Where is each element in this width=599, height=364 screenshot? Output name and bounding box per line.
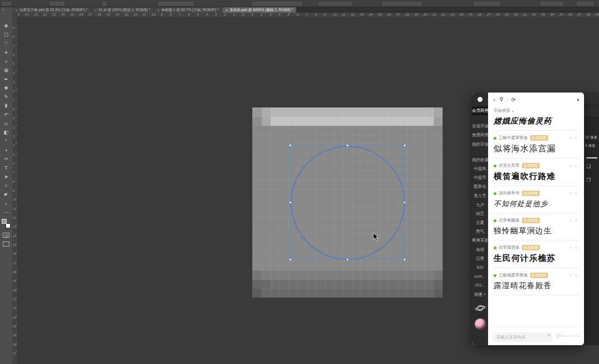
transform-handle[interactable] (403, 201, 406, 204)
document-tab[interactable]: ×马赛克字体.psd @ 33.3% (字由, RGB/8*) * (12, 7, 92, 13)
healing-brush-tool[interactable]: ✚ (0, 84, 12, 93)
sidebar-collection-item[interactable]: sum... (472, 272, 488, 281)
ellipse-path[interactable] (291, 146, 405, 260)
font-sample-text[interactable]: 生民何计乐樵苏 (488, 250, 584, 268)
options-bar-control[interactable] (319, 2, 352, 6)
sidebar-collection-item[interactable]: 中国风 (472, 165, 488, 173)
magic-wand-tool[interactable]: ✶ (0, 48, 12, 57)
chevron-down-icon[interactable]: ▾ (512, 109, 514, 113)
panel-tab-icon[interactable]: ❏ (586, 163, 591, 169)
transform-handle[interactable] (289, 201, 292, 204)
font-list-item[interactable]: 演示新手书会员商用✧☆不知何处是他乡 (488, 186, 584, 213)
brush-tool[interactable]: ✎ (0, 93, 12, 101)
user-avatar[interactable] (474, 318, 486, 330)
options-bar-control[interactable] (2, 2, 11, 6)
transform-handle[interactable] (403, 144, 406, 147)
eyedropper-tool[interactable]: ✒ (0, 75, 12, 84)
screen-mode-button[interactable] (3, 242, 9, 247)
recommend-row[interactable]: 字由推荐 ▾ (488, 107, 584, 114)
theme-toggle-icon[interactable]: ◑ (576, 98, 579, 102)
sidebar-collection-item[interactable]: 520 (472, 263, 488, 272)
options-bar-control[interactable] (577, 2, 593, 6)
favorite-star-icon[interactable]: ☆ (575, 245, 578, 250)
sidebar-item-2[interactable]: 免费商用 (472, 131, 488, 140)
document-tab[interactable]: ×未标题-1 @ 66.7% (字由, RGB/8*) * (154, 7, 222, 13)
sidebar-collection-item[interactable]: 202... (472, 281, 488, 290)
more-tools[interactable]: ⋯ (0, 208, 12, 217)
zoom-tool[interactable]: ⌕ (0, 199, 12, 208)
layers-panel-icon[interactable]: ❐ (586, 177, 591, 183)
close-icon[interactable]: × (158, 8, 160, 12)
gradient-tool[interactable]: ◧ (0, 128, 12, 137)
transform-handle[interactable] (289, 258, 292, 261)
foreground-color-swatch[interactable] (2, 219, 7, 224)
favorite-star-icon[interactable]: ☆ (575, 191, 578, 196)
options-bar-control[interactable] (474, 2, 500, 6)
font-sample-text[interactable]: 似将海水添宫漏 (488, 141, 584, 158)
sidebar-collections-header[interactable]: 我的收藏 (472, 156, 488, 165)
effects-icon[interactable]: ✧ (568, 218, 572, 223)
close-icon[interactable]: × (95, 8, 97, 12)
history-brush-tool[interactable]: ↶ (0, 110, 12, 119)
font-sample-text[interactable]: 横笛遍吹行路难 (488, 168, 584, 186)
planet-icon[interactable] (475, 304, 486, 312)
document-tab[interactable]: ×乐高块.psd @ 6400% (椭圆 2, RGB/8) * (222, 7, 297, 13)
font-sample-text[interactable]: 嫦娥应悔偷灵药 (488, 114, 584, 130)
sidebar-new-collection[interactable]: 新建 + (472, 290, 488, 299)
sidebar-collection-item[interactable]: 立夏 (472, 218, 488, 227)
favorite-star-icon[interactable]: ☆ (575, 163, 578, 168)
transform-handle[interactable] (346, 258, 349, 261)
effects-icon[interactable]: ✧ (568, 163, 572, 168)
transform-handle[interactable] (346, 144, 349, 147)
favorite-star-icon[interactable]: ☆ (575, 136, 578, 141)
options-bar-control[interactable] (383, 2, 422, 6)
panel-collapse-chevron[interactable]: » (2, 8, 4, 12)
marquee-tool[interactable]: ☐ (0, 30, 12, 39)
sidebar-collection-item[interactable]: 飒爽英姿 (472, 236, 488, 245)
sidebar-item-1[interactable]: 发现字体 (472, 122, 488, 131)
eraser-tool[interactable]: ▱ (0, 119, 12, 128)
type-tool[interactable]: T (0, 163, 12, 172)
transform-bounding-box[interactable] (290, 145, 404, 259)
options-bar-control[interactable] (50, 2, 64, 6)
font-sample-text[interactable]: 不知何处是他乡 (488, 196, 584, 213)
shape-tool[interactable]: ○ (0, 181, 12, 190)
lasso-tool[interactable]: ➰ (0, 39, 12, 48)
blur-tool[interactable]: ❜ (0, 137, 12, 146)
quick-mask-button[interactable] (3, 233, 9, 238)
preview-text-input[interactable] (493, 332, 552, 342)
filter-icon[interactable]: ∇ (500, 98, 503, 102)
crop-tool[interactable]: ⌗ (0, 57, 12, 66)
chevron-down-icon[interactable]: ∨ (547, 333, 550, 337)
favorite-star-icon[interactable]: ☆ (575, 273, 578, 278)
document-tab[interactable]: ×01.ai @ 100% (图层 1, RGB/8) * (92, 7, 154, 13)
close-icon[interactable]: × (226, 8, 228, 12)
options-bar-control[interactable] (103, 2, 106, 6)
search-icon[interactable]: ⌕ (493, 98, 496, 102)
color-swatches[interactable] (1, 219, 11, 229)
sidebar-collection-item[interactable]: 海报 (472, 245, 488, 254)
options-bar-control[interactable] (541, 2, 563, 6)
favorite-star-icon[interactable]: ☆ (575, 218, 578, 223)
options-bar-control[interactable] (252, 2, 302, 6)
transform-handle[interactable] (289, 144, 292, 147)
background-color-swatch[interactable] (6, 223, 11, 228)
sidebar-collection-item[interactable]: 中国节 (472, 173, 488, 182)
sidebar-collection-item[interactable]: 图形化 (472, 182, 488, 191)
path-select-tool[interactable]: ➤ (0, 172, 12, 181)
font-list-item[interactable]: 三极中柔宋简体会员商用✧☆似将海水添宫漏 (488, 131, 584, 158)
font-sample-text[interactable]: 独怜幽草涧边生 (488, 223, 584, 240)
font-sample-text[interactable]: 露湿晴花春殿香 (488, 278, 584, 295)
effects-icon[interactable]: ✧ (568, 191, 572, 196)
font-size-slider[interactable] (557, 334, 580, 338)
sidebar-item-0[interactable]: 会员商用 (472, 106, 488, 115)
effects-icon[interactable]: ✧ (568, 273, 572, 278)
pen-tool[interactable]: ✑ (0, 155, 12, 163)
transform-handle[interactable] (403, 258, 406, 261)
font-list-item[interactable]: 点字墙墙体会员商用✧☆生民何计乐樵苏 (488, 240, 584, 268)
font-list-item[interactable]: 点字玄真宋会员商用✧☆横笛遍吹行路难 (488, 158, 584, 186)
sidebar-item-3[interactable]: 我的字库 (472, 140, 488, 149)
sidebar-collection-item[interactable]: 秀气 (472, 227, 488, 236)
dodge-tool[interactable]: ◖ (0, 146, 12, 155)
refresh-icon[interactable]: ⟳ (511, 98, 516, 102)
